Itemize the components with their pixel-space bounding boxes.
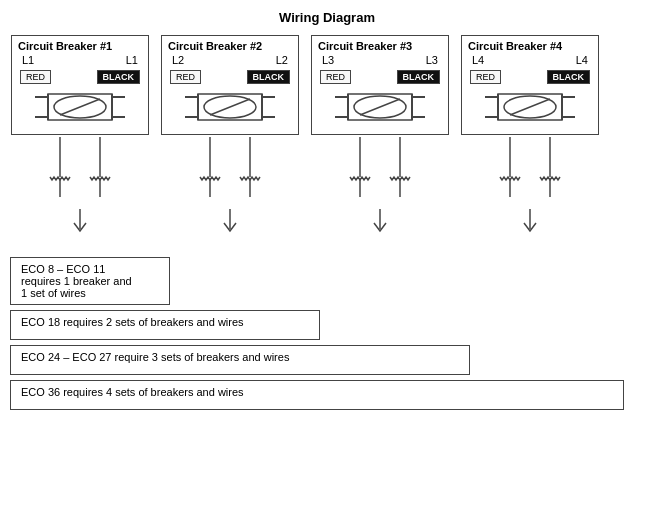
breaker-right-label-1: L1	[126, 54, 138, 66]
arrow-svg-1	[70, 209, 90, 237]
breaker-title-2: Circuit Breaker #2	[168, 40, 292, 52]
breaker-left-label-2: L2	[172, 54, 184, 66]
breaker-title-1: Circuit Breaker #1	[18, 40, 142, 52]
red-tag-4: RED	[470, 70, 501, 84]
diagram-area: Circuit Breaker #1 L1 L1 RED BLACK	[10, 35, 644, 410]
breaker-unit-3: Circuit Breaker #3 L3 L3 RED BLACK	[310, 35, 450, 243]
breaker-symbol-1	[18, 87, 142, 127]
wire-svg-4	[480, 137, 580, 207]
breaker-labels-1: L1 L1	[18, 54, 142, 66]
breaker-left-label-1: L1	[22, 54, 34, 66]
red-tag-1: RED	[20, 70, 51, 84]
black-tag-2: BLACK	[247, 70, 291, 84]
down-arrow-2	[220, 209, 240, 237]
breaker-left-label-3: L3	[322, 54, 334, 66]
breaker-labels-4: L4 L4	[468, 54, 592, 66]
breaker-right-label-3: L3	[426, 54, 438, 66]
breaker-title-4: Circuit Breaker #4	[468, 40, 592, 52]
breaker-labels-3: L3 L3	[318, 54, 442, 66]
eco-box-eco4: ECO 36 requires 4 sets of breakers and w…	[10, 380, 624, 410]
breaker-svg-3	[330, 87, 430, 127]
breaker-symbol-4	[468, 87, 592, 127]
down-arrow-1	[70, 209, 90, 237]
arrow-svg-3	[370, 209, 390, 237]
red-tag-2: RED	[170, 70, 201, 84]
down-arrow-4	[520, 209, 540, 237]
breaker-symbol-2	[168, 87, 292, 127]
page-title: Wiring Diagram	[10, 10, 644, 25]
wire-svg-1	[30, 137, 130, 207]
breaker-right-label-2: L2	[276, 54, 288, 66]
wire-svg-2	[180, 137, 280, 207]
breaker-unit-4: Circuit Breaker #4 L4 L4 RED BLACK	[460, 35, 600, 243]
breaker-symbol-3	[318, 87, 442, 127]
breaker-box-1: Circuit Breaker #1 L1 L1 RED BLACK	[11, 35, 149, 135]
breakers-row: Circuit Breaker #1 L1 L1 RED BLACK	[10, 35, 644, 243]
breaker-unit-1: Circuit Breaker #1 L1 L1 RED BLACK	[10, 35, 150, 243]
eco-row-eco4: ECO 36 requires 4 sets of breakers and w…	[10, 380, 644, 410]
breaker-title-3: Circuit Breaker #3	[318, 40, 442, 52]
eco-box-eco1: ECO 8 – ECO 11 requires 1 breaker and 1 …	[10, 257, 170, 305]
wire-lines-4	[460, 137, 600, 207]
arrow-svg-4	[520, 209, 540, 237]
breaker-box-2: Circuit Breaker #2 L2 L2 RED BLACK	[161, 35, 299, 135]
breaker-box-3: Circuit Breaker #3 L3 L3 RED BLACK	[311, 35, 449, 135]
wire-lines-3	[310, 137, 450, 207]
wire-lines-1	[10, 137, 150, 207]
down-arrow-3	[370, 209, 390, 237]
black-tag-1: BLACK	[97, 70, 141, 84]
eco-row-eco2: ECO 18 requires 2 sets of breakers and w…	[10, 310, 644, 340]
breaker-svg-2	[180, 87, 280, 127]
wire-labels-1: RED BLACK	[18, 70, 142, 84]
wire-labels-2: RED BLACK	[168, 70, 292, 84]
eco-section: ECO 8 – ECO 11 requires 1 breaker and 1 …	[10, 257, 644, 410]
black-tag-4: BLACK	[547, 70, 591, 84]
breaker-labels-2: L2 L2	[168, 54, 292, 66]
wire-svg-3	[330, 137, 430, 207]
eco-row-eco3: ECO 24 – ECO 27 require 3 sets of breake…	[10, 345, 644, 375]
breaker-box-4: Circuit Breaker #4 L4 L4 RED BLACK	[461, 35, 599, 135]
eco-box-eco2: ECO 18 requires 2 sets of breakers and w…	[10, 310, 320, 340]
eco-box-eco3: ECO 24 – ECO 27 require 3 sets of breake…	[10, 345, 470, 375]
eco-row-eco1: ECO 8 – ECO 11 requires 1 breaker and 1 …	[10, 257, 644, 305]
wire-labels-4: RED BLACK	[468, 70, 592, 84]
breaker-left-label-4: L4	[472, 54, 484, 66]
breaker-right-label-4: L4	[576, 54, 588, 66]
breaker-svg-1	[30, 87, 130, 127]
wire-labels-3: RED BLACK	[318, 70, 442, 84]
wire-lines-2	[160, 137, 300, 207]
arrow-svg-2	[220, 209, 240, 237]
breaker-unit-2: Circuit Breaker #2 L2 L2 RED BLACK	[160, 35, 300, 243]
black-tag-3: BLACK	[397, 70, 441, 84]
red-tag-3: RED	[320, 70, 351, 84]
breaker-svg-4	[480, 87, 580, 127]
